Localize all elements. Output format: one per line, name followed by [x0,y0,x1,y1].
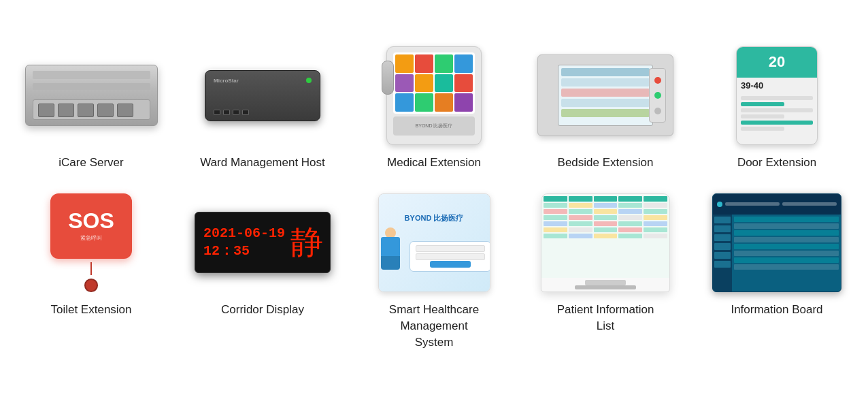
door-line-2 [741,102,784,106]
item-toilet-ext: SOS 紧急呼叫 Toilet Extension [12,191,170,350]
sos-cord [90,262,92,275]
bedside-row-1 [561,68,650,76]
corr-texts: 2021-06-19 12：35 [203,225,285,259]
corridor-date: 2021-06-19 [203,225,285,241]
item-ward-host: MicroStar Ward Management Host [184,44,341,171]
ib-left-1 [714,217,731,223]
image-toilet-ext: SOS 紧急呼叫 [20,191,163,294]
bedside-row-4 [561,99,650,107]
smart-content [378,227,490,272]
server-mid-bar [33,83,150,90]
drive-2 [58,104,74,117]
item-patient-info: Patient InformationList [527,191,684,350]
pi-cell-6-5 [644,234,667,238]
med-cell-9 [395,93,414,112]
drive-3 [78,104,94,117]
label-patient-info: Patient InformationList [557,302,654,334]
image-door-ext: 20 39-40 [705,44,848,146]
door-body [737,93,817,144]
pi-col-2 [569,196,592,202]
host-logo: MicroStar [214,78,239,84]
pi-col-3 [594,196,618,202]
door-ext-device: 20 39-40 [736,46,818,145]
label-smart-healthcare: Smart HealthcareManagementSystem [389,302,479,350]
server-device [25,65,158,126]
ib-row-1 [734,217,839,222]
pi-cell-1-2 [569,203,592,208]
sos-button [84,279,98,291]
smart-hc-bg: BYOND 比扬医疗 [379,194,490,291]
btn-gray [654,108,661,114]
pi-cell-3-4 [618,215,642,220]
drive-5 [117,104,133,117]
med-ext-device: BYOND 比扬医疗 [386,46,482,145]
label-icare-server: iCare Server [59,155,123,171]
image-bedside-ext [534,44,677,146]
pi-cell-5-3 [594,227,618,232]
ib-row-5 [734,244,839,249]
med-cell-10 [415,93,433,112]
login-button [430,261,471,268]
med-cell-8 [454,74,473,93]
pi-cell-6-4 [618,234,642,238]
door-line-6 [741,127,784,131]
ib-left-5 [714,252,731,259]
med-cell-11 [435,93,453,112]
server-drives [38,104,133,117]
pi-cell-4-2 [569,221,592,226]
ib-left-panel [713,215,732,291]
med-screen [393,52,475,114]
image-medical-ext: BYOND 比扬医疗 [363,44,505,146]
label-toilet-ext: Toilet Extension [50,302,131,318]
host-device: MicroStar [205,70,320,121]
item-corridor-display: 2021-06-19 12：35 静 Corridor Display [184,191,341,350]
ib-row-7 [734,257,839,263]
host-ports [214,110,249,115]
smart-login-box [410,241,490,272]
sos-box: SOS 紧急呼叫 [50,193,132,259]
label-door-ext: Door Extension [737,155,816,171]
door-line-4 [741,114,784,118]
nurse-body [381,237,400,257]
med-cell-2 [415,54,433,73]
pi-cell-3-3 [594,215,618,220]
pi-row-5 [544,227,667,232]
med-handset [382,61,394,95]
ib-row-6 [734,251,839,256]
ib-sidebar [713,215,841,291]
pi-screen [541,194,669,278]
sos-text: SOS [68,210,114,232]
smart-logo: BYOND 比扬医疗 [405,213,464,223]
port-2 [223,110,230,115]
door-line-3 [741,108,813,112]
door-number: 20 [769,53,785,71]
pi-cell-1-5 [644,203,667,208]
pi-row-2 [544,209,667,214]
pi-cell-2-1 [544,209,567,214]
bedside-buttons [649,68,666,123]
pi-cell-5-4 [618,227,642,232]
item-bedside-ext: Bedside Extension [527,44,684,171]
image-ward-host: MicroStar [191,44,334,146]
med-cell-4 [454,54,473,73]
med-bottom-bar: BYOND 比扬医疗 [393,116,475,136]
btn-green [654,92,661,99]
ib-left-4 [714,243,731,250]
ib-top-circle [717,202,722,207]
pi-cell-6-3 [594,234,618,238]
pi-col-1 [544,196,567,202]
pi-row-1 [544,203,667,208]
pi-col-5 [644,196,667,202]
pi-cell-2-3 [594,209,618,214]
pi-row-3 [544,215,667,220]
med-cell-6 [415,74,433,93]
port-3 [233,110,239,115]
door-header: 20 [737,47,817,78]
image-smart-healthcare: BYOND 比扬医疗 [363,191,505,294]
pi-cell-1-3 [594,203,618,208]
pi-cell-5-2 [569,227,592,232]
drive-4 [97,104,114,117]
patient-info-device [541,193,670,292]
pi-cell-3-2 [569,215,592,220]
door-sub-text: 39-40 [741,80,813,91]
